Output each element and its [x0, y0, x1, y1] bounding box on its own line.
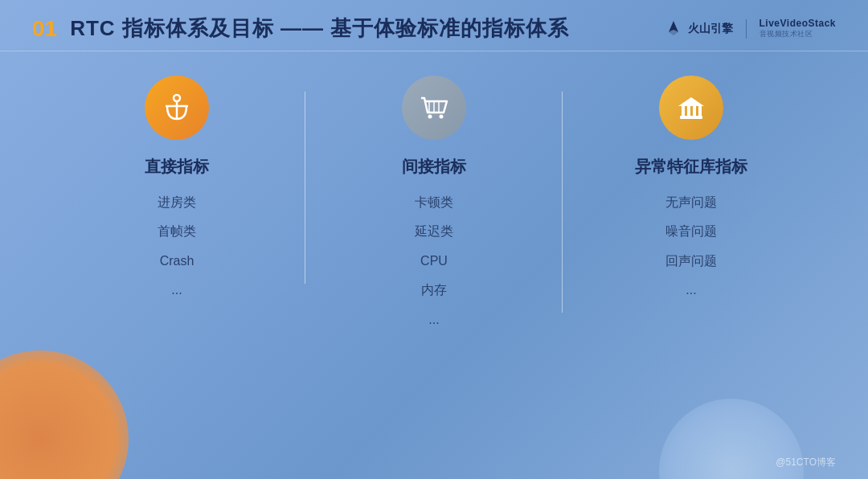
cart-icon: [416, 90, 452, 125]
svg-point-6: [440, 115, 444, 119]
building-icon: [674, 90, 709, 125]
svg-point-5: [428, 115, 432, 119]
volcano-text: 火山引擎: [688, 22, 733, 36]
item-anomaly-3: ...: [686, 281, 696, 299]
item-indirect-3: 内存: [421, 281, 447, 299]
svg-rect-11: [682, 106, 685, 116]
slide: 01 RTC 指标体系及目标 —— 基于体验标准的指标体系 火山引擎 LiveV…: [0, 0, 868, 479]
item-indirect-2: CPU: [420, 252, 448, 270]
icon-circle-anomaly: [659, 76, 723, 140]
svg-point-2: [174, 95, 180, 101]
item-anomaly-1: 噪音问题: [665, 223, 717, 240]
anchor-icon: [159, 90, 194, 125]
volcano-icon: [662, 18, 685, 40]
icon-circle-direct: [145, 76, 209, 140]
item-anomaly-2: 回声问题: [665, 252, 717, 270]
column-direct: 直接指标 进房类 首帧类 Crash ...: [48, 76, 305, 300]
svg-rect-12: [687, 106, 690, 116]
svg-rect-10: [680, 116, 702, 119]
column-anomaly: 异常特征库指标 无声问题 噪音问题 回声问题 ...: [563, 76, 820, 300]
items-list-anomaly: 无声问题 噪音问题 回声问题 ...: [665, 194, 717, 300]
item-direct-2: Crash: [160, 252, 194, 270]
watermark: @51CTO博客: [776, 456, 836, 469]
logo-area: 火山引擎 LiveVideoStack 音视频技术社区: [662, 18, 837, 40]
logo-livevideo: LiveVideoStack 音视频技术社区: [760, 18, 837, 39]
content-area: 直接指标 进房类 首帧类 Crash ... 间接: [0, 51, 868, 479]
items-list-direct: 进房类 首帧类 Crash ...: [158, 194, 196, 300]
column-indirect: 间接指标 卡顿类 延迟类 CPU 内存 ...: [305, 76, 563, 329]
livevideo-main: LiveVideoStack: [760, 18, 837, 29]
svg-rect-13: [693, 106, 696, 116]
item-direct-3: ...: [171, 281, 182, 299]
column-title-indirect: 间接指标: [402, 156, 466, 178]
header: 01 RTC 指标体系及目标 —— 基于体验标准的指标体系 火山引擎 LiveV…: [0, 0, 868, 51]
item-indirect-0: 卡顿类: [415, 194, 453, 211]
item-anomaly-0: 无声问题: [665, 194, 717, 211]
slide-number: 01: [32, 16, 57, 42]
item-direct-1: 首帧类: [158, 223, 196, 240]
logo-volcano: 火山引擎: [662, 18, 733, 40]
column-title-direct: 直接指标: [145, 156, 209, 178]
icon-circle-indirect: [402, 76, 466, 140]
livevideo-sub: 音视频技术社区: [760, 29, 813, 39]
item-indirect-1: 延迟类: [415, 223, 453, 240]
svg-rect-14: [698, 106, 702, 116]
slide-title: RTC 指标体系及目标 —— 基于体验标准的指标体系: [70, 14, 569, 43]
item-indirect-4: ...: [428, 311, 439, 329]
column-title-anomaly: 异常特征库指标: [635, 156, 747, 178]
items-list-indirect: 卡顿类 延迟类 CPU 内存 ...: [415, 194, 453, 329]
item-direct-0: 进房类: [158, 194, 196, 211]
logo-divider: [746, 19, 747, 39]
svg-rect-15: [686, 101, 696, 104]
